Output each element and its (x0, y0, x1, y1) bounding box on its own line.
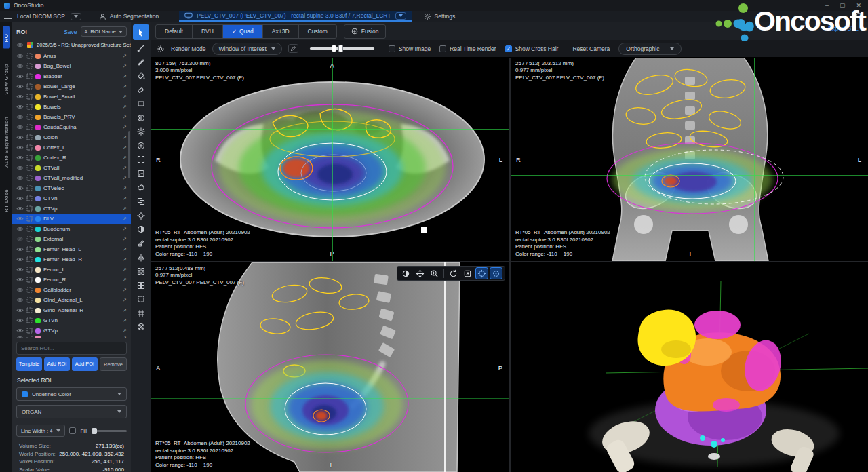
roi-row[interactable]: CTVall↗ (12, 163, 131, 173)
eye-icon[interactable] (16, 246, 24, 252)
sidebar-tab-rt-dose[interactable]: RT Dose (3, 183, 10, 218)
roi-row[interactable]: Bowels_PRV↗ (12, 112, 131, 122)
roi-row[interactable]: Colon↗ (12, 132, 131, 142)
sidebar-tab-auto-segmentation[interactable]: Auto Segmentation (3, 111, 10, 174)
edit-window-icon[interactable] (288, 44, 298, 53)
eye-icon[interactable] (16, 73, 24, 79)
open-roi-icon[interactable]: ↗ (123, 104, 127, 110)
study-dropdown-button[interactable] (395, 12, 406, 20)
eye-icon[interactable] (16, 124, 24, 130)
add-roi-button[interactable]: Add ROI (44, 357, 70, 371)
open-roi-icon[interactable]: ↗ (123, 317, 127, 323)
boolean-tool[interactable] (133, 293, 149, 305)
contour-frame-icon[interactable] (26, 144, 33, 151)
reset-camera-button[interactable]: Reset Camera (570, 45, 612, 52)
eye-icon[interactable] (16, 267, 24, 273)
roi-row[interactable]: Gallbladder↗ (12, 285, 131, 295)
local-dicom-scp[interactable]: Local DICOM SCP (12, 11, 71, 22)
open-roi-icon[interactable]: ↗ (123, 175, 127, 181)
eye-icon[interactable] (16, 175, 24, 181)
contour-frame-icon[interactable] (26, 277, 33, 283)
roi-row[interactable]: Duodenum↗ (12, 224, 131, 234)
eye-icon[interactable] (16, 205, 24, 212)
layout-tab-ax+3d[interactable]: Ax+3D (263, 25, 299, 38)
contour-frame-icon[interactable] (26, 216, 33, 222)
line-width-dropdown[interactable]: Line Width : 4 (16, 425, 65, 437)
morph-tool[interactable] (133, 265, 149, 277)
eye-icon[interactable] (16, 226, 24, 232)
threshold-tool[interactable] (133, 223, 149, 235)
crosshair-circle-icon[interactable] (475, 267, 488, 279)
coronal-viewport[interactable]: 257 / 512(-203.512 mm)0.977 mm/pixelPELV… (511, 58, 868, 261)
fill-opacity-slider[interactable] (92, 430, 127, 432)
contour-frame-icon[interactable] (26, 246, 33, 252)
gear-icon[interactable] (157, 45, 165, 53)
checkbox-show-cross-hair[interactable]: ✓Show Cross Hair (505, 45, 559, 52)
contour-frame-icon[interactable] (26, 307, 33, 313)
open-roi-icon[interactable]: ↗ (123, 53, 127, 59)
open-roi-icon[interactable]: ↗ (123, 83, 127, 90)
open-roi-icon[interactable]: ↗ (123, 144, 127, 151)
layout-tab-custom[interactable]: Custom (299, 25, 336, 38)
grid-tool[interactable] (133, 279, 149, 292)
contour-frame-icon[interactable] (26, 297, 33, 303)
sagittal-viewport[interactable]: 257 / 512(0.488 mm)0.977 mm/pixelPELV_CT… (151, 262, 509, 472)
contour-frame-icon[interactable] (26, 53, 33, 59)
study-tab[interactable]: PELV_CTV_007 (PELV_CTV_007) - rectal sup… (179, 11, 411, 22)
eye-icon[interactable] (16, 114, 24, 120)
crosshair-horizontal[interactable] (151, 398, 509, 399)
contour-frame-icon[interactable] (26, 317, 33, 323)
crosshair-horizontal[interactable] (151, 129, 509, 130)
roi-row[interactable]: Femur_R↗ (12, 275, 131, 285)
settings-menu[interactable]: Settings (418, 11, 461, 22)
open-roi-icon[interactable]: ↗ (123, 195, 127, 201)
roi-row[interactable]: ↗ (12, 336, 131, 338)
add-poi-button[interactable]: Add POI (72, 357, 98, 371)
contour-frame-icon[interactable] (26, 195, 33, 201)
roi-row[interactable]: Bladder↗ (12, 71, 131, 81)
open-roi-icon[interactable]: ↗ (123, 336, 127, 338)
roi-row[interactable]: Cortex_R↗ (12, 153, 131, 163)
roi-row[interactable]: Bowels↗ (12, 102, 131, 112)
three-d-viewport[interactable] (511, 262, 868, 472)
search-input[interactable] (16, 342, 127, 355)
roi-row[interactable]: Femur_L↗ (12, 264, 131, 275)
crosshair-vertical[interactable] (444, 262, 446, 472)
open-roi-icon[interactable]: ↗ (123, 267, 127, 273)
checkbox-real-time-render[interactable]: Real Time Render (439, 45, 496, 52)
window-range-slider[interactable] (310, 47, 374, 50)
open-roi-icon[interactable]: ↗ (123, 73, 127, 79)
open-roi-icon[interactable]: ↗ (123, 226, 127, 232)
open-roi-icon[interactable]: ↗ (123, 124, 127, 130)
contour-frame-icon[interactable] (26, 73, 33, 79)
contour-frame-icon[interactable] (26, 267, 33, 273)
freeform-tool[interactable] (133, 182, 149, 194)
open-roi-icon[interactable]: ↗ (123, 216, 127, 222)
contour-frame-icon[interactable] (26, 134, 33, 140)
contour-frame-icon[interactable] (26, 124, 33, 130)
open-roi-icon[interactable]: ↗ (123, 287, 127, 293)
open-roi-icon[interactable]: ↗ (123, 134, 127, 140)
structure-set-row[interactable]: 2025/3/5 - RS: Unapproved Structure Set (12, 40, 131, 50)
open-roi-icon[interactable]: ↗ (123, 297, 127, 303)
roi-row[interactable]: Glnd_Adrenal_L↗ (12, 295, 131, 305)
roi-row[interactable]: CTVp↗ (12, 203, 131, 214)
contour-page-tool[interactable] (133, 168, 149, 180)
fusion-button[interactable]: Fusion (344, 24, 387, 39)
fill-checkbox[interactable] (69, 427, 76, 434)
eye-icon[interactable] (16, 256, 24, 262)
roi-row[interactable]: Cortex_L↗ (12, 142, 131, 153)
roi-row[interactable]: CTVelec↗ (12, 183, 131, 193)
template-button[interactable]: Template (16, 357, 42, 371)
crosshair-vertical[interactable] (332, 58, 333, 261)
checkbox-show-image[interactable]: Show Image (389, 45, 431, 52)
eye-icon[interactable] (16, 297, 24, 303)
eye-icon[interactable] (16, 328, 24, 334)
open-roi-icon[interactable]: ↗ (123, 246, 127, 252)
mirror-tool[interactable] (133, 252, 149, 264)
projection-dropdown[interactable]: Orthographic (618, 43, 682, 55)
eye-icon[interactable] (16, 185, 24, 191)
rotate-icon[interactable] (447, 267, 460, 279)
checkbox-icon[interactable] (389, 45, 395, 52)
roi-row[interactable]: Bowel_Large↗ (12, 81, 131, 92)
